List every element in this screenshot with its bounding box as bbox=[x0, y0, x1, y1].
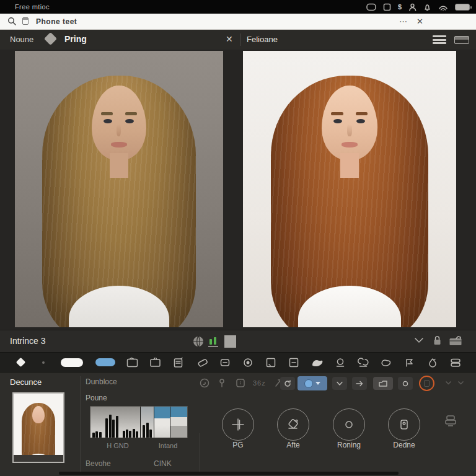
adjust-panel-title: Dunbloce bbox=[86, 377, 117, 386]
adjust-footer-right: CINK bbox=[154, 459, 172, 468]
battery-icon bbox=[455, 4, 470, 11]
apps-icon[interactable] bbox=[22, 17, 29, 25]
dot-icon bbox=[37, 356, 50, 369]
more-button[interactable]: ⋯ bbox=[399, 17, 408, 26]
swatch-square-icon[interactable] bbox=[224, 335, 236, 348]
swatch-blue-white bbox=[154, 407, 171, 438]
status-label: Intrince 3 bbox=[10, 336, 46, 346]
chevron-down-icon bbox=[315, 382, 320, 385]
glyph-36z: 36z bbox=[253, 379, 266, 387]
layers-panel-title: Decunce bbox=[10, 377, 42, 387]
droplet-tool-icon[interactable] bbox=[426, 356, 439, 369]
search-icon bbox=[7, 17, 17, 26]
action-pg-label: PG bbox=[210, 441, 266, 449]
record-tool-icon[interactable] bbox=[241, 356, 255, 369]
printer-icon[interactable] bbox=[444, 415, 457, 427]
tab-active[interactable]: Pring bbox=[64, 34, 87, 44]
adjust-footer-left: Bevohe bbox=[86, 459, 111, 468]
clipboard-tool-icon[interactable] bbox=[172, 356, 185, 369]
media-icon[interactable] bbox=[366, 3, 376, 11]
layout-icon[interactable] bbox=[454, 36, 469, 44]
tool-button-a[interactable] bbox=[398, 377, 413, 390]
action-dedne-button[interactable] bbox=[388, 408, 420, 441]
search-query[interactable]: Phone teet bbox=[36, 17, 77, 26]
action-roning-label: Roning bbox=[321, 441, 377, 449]
canvas bbox=[0, 50, 476, 330]
tv-tool-icon[interactable] bbox=[149, 356, 162, 369]
histogram-segment-main bbox=[90, 407, 141, 438]
person-icon[interactable] bbox=[408, 3, 416, 11]
bell-icon[interactable] bbox=[423, 3, 431, 11]
globe-icon[interactable] bbox=[192, 335, 205, 348]
diamond-tool-icon[interactable] bbox=[14, 356, 27, 369]
chevron-faint-icon[interactable] bbox=[457, 381, 464, 385]
frame-minus-tool-icon[interactable] bbox=[287, 356, 301, 369]
chart-icon[interactable] bbox=[208, 336, 218, 347]
bottom-edge-bar bbox=[59, 472, 399, 475]
user-ring-tool-icon[interactable] bbox=[333, 356, 347, 369]
tools-toolbar bbox=[0, 352, 476, 372]
tab-divider bbox=[240, 33, 240, 46]
blue-dropdown-button[interactable] bbox=[298, 376, 327, 390]
lock-icon[interactable] bbox=[433, 335, 442, 346]
white-pill-button[interactable] bbox=[60, 356, 84, 369]
frame-tool-icon[interactable] bbox=[264, 356, 278, 369]
window-icon[interactable] bbox=[383, 3, 391, 11]
thumbnail-strip bbox=[14, 455, 63, 462]
action-dedne-label: Dedne bbox=[376, 441, 432, 449]
chevron-faint-icon[interactable] bbox=[445, 381, 452, 385]
stack-tool-icon[interactable] bbox=[449, 356, 462, 369]
rotate-button[interactable] bbox=[280, 377, 295, 390]
bottom-panel: Decunce Dunbloce Poune H GND Intand Bevo… bbox=[0, 372, 476, 476]
eraser-tool-icon[interactable] bbox=[195, 356, 209, 369]
action-afte-button[interactable] bbox=[277, 408, 309, 441]
folder-icon[interactable] bbox=[449, 335, 462, 346]
image-after[interactable] bbox=[243, 51, 456, 327]
histogram-label-right: Intand bbox=[146, 442, 190, 449]
search-bar[interactable]: Phone teet ⋯ ✕ bbox=[0, 14, 476, 30]
panel-divider bbox=[81, 376, 81, 473]
tab-bar: Noune Pring ✕ Felioane bbox=[0, 30, 476, 50]
loop-ring-tool-icon[interactable] bbox=[356, 356, 370, 369]
diamond-icon bbox=[44, 32, 57, 45]
image-before[interactable] bbox=[15, 51, 223, 327]
circle-ghost-icon[interactable] bbox=[200, 378, 209, 388]
brush-tool-icon[interactable] bbox=[311, 356, 324, 369]
layer-thumbnail[interactable] bbox=[12, 392, 64, 463]
highlighted-orange-button[interactable] bbox=[419, 376, 434, 391]
status-row: Intrince 3 bbox=[0, 330, 476, 352]
swatch-blue-gray bbox=[170, 407, 187, 438]
blue-circle-icon bbox=[304, 379, 313, 388]
panel-divider bbox=[200, 433, 200, 472]
pin-icon[interactable] bbox=[218, 378, 226, 388]
arrow-right-button[interactable] bbox=[352, 377, 367, 390]
tab-left[interactable]: Noune bbox=[10, 35, 33, 44]
image-tool-icon[interactable] bbox=[126, 356, 139, 369]
tab-right[interactable]: Felioane bbox=[247, 35, 278, 44]
histogram-segment-small bbox=[141, 407, 154, 438]
flag-pen-tool-icon[interactable] bbox=[403, 356, 416, 369]
tag-small-icon bbox=[424, 380, 430, 387]
close-tab-button[interactable]: ✕ bbox=[226, 34, 233, 44]
adjust-panel-subtitle: Poune bbox=[86, 394, 107, 402]
histogram[interactable] bbox=[90, 406, 188, 438]
dollar-icon[interactable]: $ bbox=[398, 3, 402, 11]
chevron-button[interactable] bbox=[332, 377, 347, 390]
action-roning-button[interactable] bbox=[333, 408, 365, 441]
export-folder-button[interactable] bbox=[373, 377, 393, 390]
card-tool-icon[interactable] bbox=[218, 356, 232, 369]
histogram-label-left: H GND bbox=[92, 442, 144, 449]
window-title: Free mtioc bbox=[15, 3, 50, 11]
app-window: Free mtioc $ Phone teet ⋯ ✕ Noune Pring … bbox=[0, 0, 476, 476]
title-bar: Free mtioc $ bbox=[0, 0, 476, 14]
rounded-square-icon[interactable] bbox=[236, 378, 245, 388]
close-search-button[interactable]: ✕ bbox=[416, 17, 423, 26]
signal-icon[interactable] bbox=[438, 3, 448, 11]
blob-tool-icon[interactable] bbox=[379, 356, 393, 369]
chevron-down-icon[interactable] bbox=[414, 337, 424, 343]
action-afte-label: Afte bbox=[265, 441, 321, 449]
blue-pill-button[interactable] bbox=[94, 356, 117, 369]
action-pg-button[interactable] bbox=[222, 408, 254, 441]
menu-icon[interactable] bbox=[433, 35, 446, 44]
